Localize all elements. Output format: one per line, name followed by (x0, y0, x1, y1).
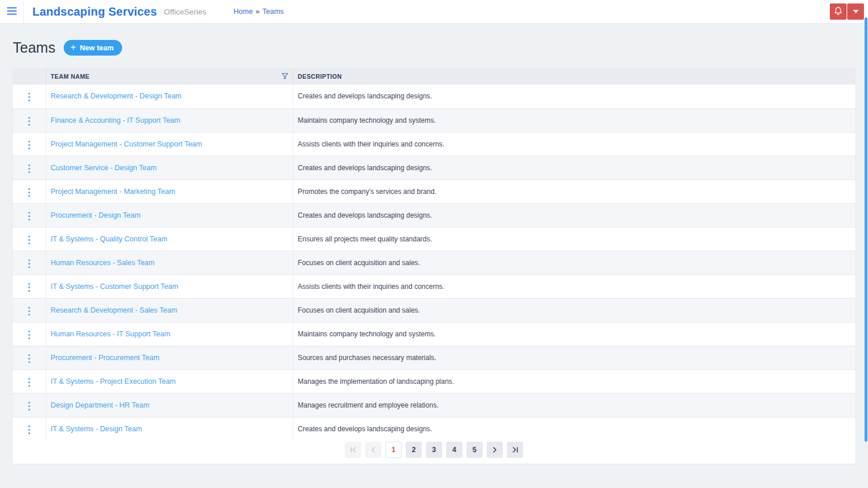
team-description-cell: Manages recruitment and employee relatio… (293, 393, 855, 417)
team-name-cell: Project Management - Marketing Team (46, 179, 293, 203)
hamburger-icon (7, 7, 17, 17)
page-title: Teams (13, 39, 56, 56)
row-menu-cell (13, 85, 46, 108)
table-row: Customer Service - Design TeamCreates an… (13, 156, 855, 179)
team-name-link[interactable]: IT & Systems - Quality Control Team (51, 235, 168, 243)
kebab-icon[interactable] (24, 90, 35, 104)
pagination-prev-button[interactable] (365, 442, 381, 458)
team-name-cell: IT & Systems - Design Team (46, 417, 293, 441)
kebab-icon[interactable] (24, 280, 35, 295)
kebab-icon[interactable] (24, 351, 35, 366)
row-menu-cell (13, 369, 46, 393)
pagination-last-button[interactable] (507, 442, 523, 458)
menu-button[interactable] (0, 0, 23, 23)
account-dropdown-button[interactable] (847, 3, 864, 20)
row-menu-cell (13, 179, 46, 203)
team-name-link[interactable]: Research & Development - Design Team (51, 92, 182, 100)
kebab-icon[interactable] (24, 304, 35, 318)
vertical-scrollbar[interactable] (865, 17, 867, 442)
last-page-icon (512, 447, 518, 453)
kebab-icon[interactable] (24, 328, 35, 342)
team-description-cell: Ensures all projects meet quality standa… (293, 227, 855, 251)
kebab-icon[interactable] (24, 233, 35, 247)
team-name-link[interactable]: Procurement - Procurement Team (51, 354, 160, 362)
team-name-cell: Human Resources - Sales Team (46, 251, 293, 274)
pagination-page-button[interactable]: 4 (446, 442, 462, 458)
team-name-column-label: TEAM NAME (51, 73, 90, 80)
table-row: Finance & Accounting - IT Support TeamMa… (13, 108, 855, 132)
kebab-icon[interactable] (24, 375, 35, 390)
team-name-link[interactable]: IT & Systems - Design Team (51, 425, 142, 433)
breadcrumb-home-link[interactable]: Home (233, 8, 252, 16)
team-name-link[interactable]: Human Resources - Sales Team (51, 259, 155, 267)
pagination-first-button[interactable] (345, 442, 361, 458)
table-row: Project Management - Customer Support Te… (13, 132, 855, 156)
team-name-link[interactable]: Human Resources - IT Support Team (51, 330, 171, 338)
team-name-cell: Research & Development - Design Team (46, 85, 293, 108)
kebab-icon[interactable] (24, 162, 35, 176)
team-name-link[interactable]: Procurement - Design Team (51, 211, 141, 219)
new-team-button[interactable]: + New team (64, 40, 123, 56)
team-name-cell: IT & Systems - Quality Control Team (46, 227, 293, 251)
kebab-icon[interactable] (24, 256, 35, 271)
table-row: Project Management - Marketing TeamPromo… (13, 179, 855, 203)
team-name-cell: Design Department - HR Team (46, 393, 293, 417)
description-column-label: DESCRIPTION (298, 73, 342, 80)
kebab-icon[interactable] (24, 209, 35, 223)
pagination-page-button[interactable]: 3 (426, 442, 442, 458)
table-row: Human Resources - IT Support TeamMaintai… (13, 322, 855, 346)
table-row: IT & Systems - Project Execution TeamMan… (13, 369, 855, 393)
page-head: Teams + New team (13, 39, 855, 56)
chevron-left-icon (371, 447, 376, 453)
team-description-cell: Assists clients with their inquiries and… (293, 132, 855, 156)
team-description-cell: Creates and develops landscaping designs… (293, 417, 855, 441)
team-name-link[interactable]: IT & Systems - Customer Support Team (51, 282, 178, 291)
breadcrumb: Home » Teams (233, 8, 284, 16)
row-menu-cell (13, 132, 46, 156)
team-name-link[interactable]: Customer Service - Design Team (51, 164, 157, 172)
pagination-page-button[interactable]: 2 (406, 442, 422, 458)
team-description-cell: Maintains company technology and systems… (293, 322, 855, 346)
table-row: IT & Systems - Design TeamCreates and de… (13, 417, 855, 441)
top-bar: Landscaping Services OfficeSeries Home »… (0, 0, 868, 24)
team-description-cell: Focuses on client acquisition and sales. (293, 298, 855, 322)
teams-table-card: TEAM NAME DESCRIPTION Research & Deve (13, 68, 855, 464)
funnel-icon[interactable] (282, 73, 288, 80)
table-row: Procurement - Design TeamCreates and dev… (13, 203, 855, 227)
team-description-cell: Creates and develops landscaping designs… (293, 156, 855, 179)
team-name-column-header[interactable]: TEAM NAME (46, 68, 293, 85)
team-name-cell: IT & Systems - Customer Support Team (46, 274, 293, 298)
notifications-button[interactable] (830, 3, 847, 20)
pagination-page-button[interactable]: 1 (385, 442, 402, 458)
table-row: Research & Development - Sales TeamFocus… (13, 298, 855, 322)
breadcrumb-separator: » (256, 8, 260, 16)
kebab-icon[interactable] (24, 185, 35, 200)
pagination-page-button[interactable]: 5 (466, 442, 483, 458)
kebab-icon[interactable] (24, 399, 35, 413)
table-row: Design Department - HR TeamManages recru… (13, 393, 855, 417)
team-name-link[interactable]: Finance & Accounting - IT Support Team (51, 116, 181, 124)
team-name-link[interactable]: Project Management - Customer Support Te… (51, 140, 203, 148)
kebab-icon[interactable] (24, 114, 35, 129)
table-row: IT & Systems - Quality Control TeamEnsur… (13, 227, 855, 251)
first-page-icon (350, 447, 356, 453)
row-menu-cell (13, 417, 46, 441)
pagination: 12345 (13, 441, 855, 464)
table-row: Research & Development - Design TeamCrea… (13, 85, 855, 108)
team-name-link[interactable]: Research & Development - Sales Team (51, 306, 178, 314)
team-name-cell: Finance & Accounting - IT Support Team (46, 108, 293, 132)
row-menu-cell (13, 203, 46, 227)
pagination-next-button[interactable] (487, 442, 503, 458)
team-name-link[interactable]: Project Management - Marketing Team (51, 188, 175, 196)
team-description-cell: Promotes the company's services and bran… (293, 179, 855, 203)
kebab-icon[interactable] (24, 423, 35, 437)
breadcrumb-teams-link[interactable]: Teams (263, 8, 284, 16)
description-column-header[interactable]: DESCRIPTION (293, 68, 855, 85)
team-description-cell: Manages the implementation of landscapin… (293, 369, 855, 393)
kebab-icon[interactable] (24, 138, 35, 152)
team-name-cell: Research & Development - Sales Team (46, 298, 293, 322)
team-name-link[interactable]: Design Department - HR Team (51, 401, 150, 409)
team-name-link[interactable]: IT & Systems - Project Execution Team (51, 377, 176, 386)
team-description-cell: Assists clients with their inquiries and… (293, 274, 855, 298)
app-title: Landscaping Services (32, 5, 157, 19)
